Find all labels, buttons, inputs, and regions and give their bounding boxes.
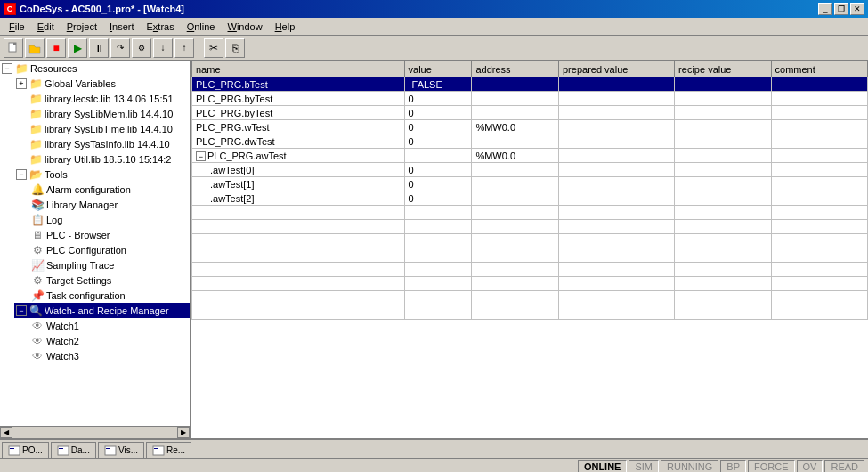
close-button[interactable]: ✕ [850,3,864,15]
tree-item-plc-config[interactable]: ⚙ PLC Configuration [28,242,190,257]
cell-recipe [675,106,771,120]
tree-item-lib2[interactable]: 📁 library SysLibMem.lib 14.4.10 [14,106,190,121]
table-row-empty [192,277,868,291]
cell-comment [771,77,867,92]
table-row-empty [192,263,868,277]
restore-button[interactable]: ❐ [834,3,848,15]
log-icon: 📋 [30,213,45,227]
tab-vis[interactable]: Vis... [98,442,144,458]
expand-icon[interactable]: − [196,151,206,161]
copy-button[interactable]: ⎘ [225,38,245,58]
cell-prepared [559,149,675,163]
scroll-track[interactable] [12,429,177,436]
table-row[interactable]: PLC_PRG.byTest 0 [192,106,868,120]
tree-item-log[interactable]: 📋 Log [28,212,190,227]
open-button[interactable] [25,38,45,58]
run-button[interactable]: ▶ [68,38,87,58]
tab-po[interactable]: PO... [2,442,49,458]
tree-item-library-manager[interactable]: 📚 Library Manager [28,197,190,212]
menu-online[interactable]: Online [182,20,221,33]
stop-button[interactable]: ■ [46,38,66,58]
tree-item-alarm[interactable]: 🔔 Alarm configuration [28,182,190,197]
left-hscroll[interactable]: ◀ ▶ [0,426,190,438]
tree-item-sampling-trace[interactable]: 📈 Sampling Trace [28,257,190,273]
library-manager-label: Library Manager [46,199,118,210]
table-row[interactable]: .awTest[1] 0 [192,177,868,191]
table-row[interactable]: −PLC_PRG.awTest %MW0.0 [192,149,868,163]
svg-rect-4 [58,446,69,455]
table-row[interactable]: PLC_PRG.byTest 0 [192,92,868,106]
cell-prepared [559,177,675,191]
tree-item-tools[interactable]: − 📂 Tools [14,167,190,182]
tree-item-global-vars[interactable]: + 📁 Global Variables [14,76,190,91]
step-button[interactable]: ↷ [110,38,130,58]
tree-item-lib1[interactable]: 📁 library.lecsfc.lib 13.4.06 15:51 [14,91,190,106]
menu-insert[interactable]: Insert [104,20,140,33]
log-label: Log [46,215,62,225]
tree-item-watch2[interactable]: 👁 Watch2 [28,333,190,348]
menu-project[interactable]: Project [61,20,102,33]
menu-window[interactable]: Window [223,20,268,33]
build-button[interactable]: ⚙ [132,38,151,58]
cell-prepared [559,191,675,206]
cell-comment [771,106,867,120]
bottom-tabs: PO... Da... Vis... Re... [0,438,868,458]
table-row[interactable]: .awTest[0] 0 [192,163,868,177]
table-row[interactable]: PLC_PRG.wTest 0 %MW0.0 [192,120,868,134]
cut-button[interactable]: ✂ [204,38,223,58]
table-row[interactable]: .awTest[2] 0 [192,191,868,206]
tree-item-watch1[interactable]: 👁 Watch1 [28,318,190,333]
table-row[interactable]: PLC_PRG.dwTest 0 [192,134,868,149]
tree-item-lib4[interactable]: 📁 library SysTasInfo.lib 14.4.10 [14,136,190,151]
tree-item-watch-recipe[interactable]: − 🔍 Watch- and Recipe Manager [14,303,190,318]
tab-re[interactable]: Re... [146,442,191,458]
tab-vis-label: Vis... [118,445,138,455]
scroll-left-btn[interactable]: ◀ [0,427,12,438]
cell-address [472,163,559,177]
status-force: FORCE [748,460,795,473]
title-buttons[interactable]: _ ❐ ✕ [818,3,864,15]
menu-edit[interactable]: Edit [32,20,60,33]
tree-scroll[interactable]: − 📁 Resources + 📁 Global Variables 📁 lib… [0,61,190,426]
tree-item-target-settings[interactable]: ⚙ Target Settings [28,273,190,288]
tree-root-resources[interactable]: − 📁 Resources [0,61,190,76]
menu-extras[interactable]: Extras [142,20,180,33]
expand-watch-recipe[interactable]: − [16,305,27,316]
menu-help[interactable]: Help [270,20,301,33]
cell-prepared [559,92,675,106]
tree-item-plc-browser[interactable]: 🖥 PLC - Browser [28,227,190,242]
watch-data-table: name value address prepared value recipe… [191,61,868,320]
watch2-label: Watch2 [46,336,79,346]
cell-recipe [675,134,771,149]
svg-rect-9 [154,448,158,449]
new-button[interactable] [4,38,23,58]
svg-rect-3 [10,448,14,449]
upload-button[interactable]: ↑ [174,38,194,58]
lib5-label: library Util.lib 18.5.10 15:14:2 [45,154,171,165]
tab-da[interactable]: Da... [51,442,96,458]
tree-item-lib5[interactable]: 📁 library Util.lib 18.5.10 15:14:2 [14,151,190,167]
download-button[interactable]: ↓ [153,38,173,58]
lib1-icon: 📁 [28,92,43,106]
pause-button[interactable]: ⏸ [89,38,109,58]
cell-address: %MW0.0 [472,120,559,134]
lib3-label: library SysLibTime.lib 14.4.10 [45,124,173,134]
scroll-right-btn[interactable]: ▶ [177,427,190,438]
tree-item-task-config[interactable]: 📌 Task configuration [28,288,190,303]
global-vars-icon: 📁 [28,77,43,91]
table-row[interactable]: PLC_PRG.bTest FALSE [192,77,868,92]
cell-address [472,134,559,149]
re-tab-icon [152,445,165,456]
expand-tools[interactable]: − [16,169,27,180]
tree-item-watch3[interactable]: 👁 Watch3 [28,348,190,363]
watch-table[interactable]: name value address prepared value recipe… [191,61,868,438]
menu-file[interactable]: File [4,20,30,33]
tree-item-lib3[interactable]: 📁 library SysLibTime.lib 14.4.10 [14,121,190,136]
cell-name: PLC_PRG.bTest [192,77,405,92]
expand-resources[interactable]: − [2,63,12,74]
minimize-button[interactable]: _ [818,3,832,15]
cell-comment [771,191,867,206]
da-tab-icon [57,445,69,456]
expand-global-vars[interactable]: + [16,78,27,89]
sampling-trace-label: Sampling Trace [46,260,114,271]
